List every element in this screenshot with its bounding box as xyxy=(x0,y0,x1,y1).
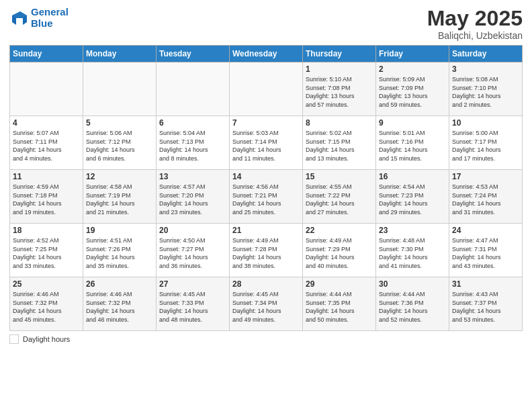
day-info: Sunrise: 4:51 AM Sunset: 7:26 PM Dayligh… xyxy=(86,236,153,270)
day-info: Sunrise: 4:49 AM Sunset: 7:29 PM Dayligh… xyxy=(306,236,373,270)
day-info: Sunrise: 4:53 AM Sunset: 7:24 PM Dayligh… xyxy=(452,183,519,216)
table-row: 29Sunrise: 4:44 AM Sunset: 7:35 PM Dayli… xyxy=(303,277,376,331)
header: General Blue May 2025 Baliqchi, Uzbekist… xyxy=(9,7,523,41)
day-info: Sunrise: 4:45 AM Sunset: 7:33 PM Dayligh… xyxy=(159,290,226,324)
col-wednesday: Wednesday xyxy=(230,46,303,62)
day-info: Sunrise: 4:44 AM Sunset: 7:36 PM Dayligh… xyxy=(379,290,446,324)
table-row: 8Sunrise: 5:02 AM Sunset: 7:15 PM Daylig… xyxy=(303,116,376,170)
day-info: Sunrise: 4:46 AM Sunset: 7:32 PM Dayligh… xyxy=(86,290,153,324)
day-info: Sunrise: 4:54 AM Sunset: 7:23 PM Dayligh… xyxy=(379,183,446,216)
day-info: Sunrise: 5:06 AM Sunset: 7:12 PM Dayligh… xyxy=(86,129,153,163)
table-row: 4Sunrise: 5:07 AM Sunset: 7:11 PM Daylig… xyxy=(10,116,83,170)
table-row: 5Sunrise: 5:06 AM Sunset: 7:12 PM Daylig… xyxy=(83,116,157,170)
day-number: 19 xyxy=(86,226,153,235)
calendar-week-row: 1Sunrise: 5:10 AM Sunset: 7:08 PM Daylig… xyxy=(10,62,523,116)
table-row: 17Sunrise: 4:53 AM Sunset: 7:24 PM Dayli… xyxy=(449,170,523,224)
calendar-week-row: 18Sunrise: 4:52 AM Sunset: 7:25 PM Dayli… xyxy=(10,224,523,277)
day-number: 26 xyxy=(86,279,153,289)
col-monday: Monday xyxy=(83,46,157,62)
day-number: 31 xyxy=(452,279,519,289)
table-row xyxy=(230,62,303,116)
day-number: 6 xyxy=(159,118,226,128)
subtitle: Baliqchi, Uzbekistan xyxy=(427,30,523,41)
day-info: Sunrise: 4:59 AM Sunset: 7:18 PM Dayligh… xyxy=(13,183,80,216)
col-thursday: Thursday xyxy=(303,46,376,62)
table-row: 23Sunrise: 4:48 AM Sunset: 7:30 PM Dayli… xyxy=(376,224,449,277)
table-row: 7Sunrise: 5:03 AM Sunset: 7:14 PM Daylig… xyxy=(230,116,303,170)
footer-box xyxy=(9,334,19,344)
table-row xyxy=(83,62,157,116)
calendar-header-row: Sunday Monday Tuesday Wednesday Thursday… xyxy=(10,46,523,62)
table-row: 11Sunrise: 4:59 AM Sunset: 7:18 PM Dayli… xyxy=(10,170,83,224)
table-row xyxy=(10,62,83,116)
footer: Daylight hours xyxy=(9,334,523,344)
day-info: Sunrise: 4:56 AM Sunset: 7:21 PM Dayligh… xyxy=(232,183,300,216)
day-info: Sunrise: 5:00 AM Sunset: 7:17 PM Dayligh… xyxy=(452,129,519,163)
footer-label: Daylight hours xyxy=(23,335,70,343)
day-number: 16 xyxy=(379,172,446,181)
col-friday: Friday xyxy=(376,46,449,62)
day-number: 25 xyxy=(13,279,80,289)
day-info: Sunrise: 4:44 AM Sunset: 7:35 PM Dayligh… xyxy=(306,290,373,324)
day-number: 22 xyxy=(306,226,373,235)
day-number: 15 xyxy=(306,172,373,181)
day-info: Sunrise: 4:47 AM Sunset: 7:31 PM Dayligh… xyxy=(452,236,519,270)
page: General Blue May 2025 Baliqchi, Uzbekist… xyxy=(0,0,532,411)
table-row: 28Sunrise: 4:45 AM Sunset: 7:34 PM Dayli… xyxy=(230,277,303,331)
day-info: Sunrise: 4:58 AM Sunset: 7:19 PM Dayligh… xyxy=(86,183,153,216)
table-row: 10Sunrise: 5:00 AM Sunset: 7:17 PM Dayli… xyxy=(449,116,523,170)
day-number: 21 xyxy=(232,226,300,235)
table-row: 15Sunrise: 4:55 AM Sunset: 7:22 PM Dayli… xyxy=(303,170,376,224)
table-row: 6Sunrise: 5:04 AM Sunset: 7:13 PM Daylig… xyxy=(157,116,230,170)
table-row: 31Sunrise: 4:43 AM Sunset: 7:37 PM Dayli… xyxy=(449,277,523,331)
table-row: 20Sunrise: 4:50 AM Sunset: 7:27 PM Dayli… xyxy=(157,224,230,277)
calendar-table: Sunday Monday Tuesday Wednesday Thursday… xyxy=(9,45,523,331)
day-number: 12 xyxy=(86,172,153,181)
day-info: Sunrise: 4:43 AM Sunset: 7:37 PM Dayligh… xyxy=(452,290,519,324)
day-info: Sunrise: 5:02 AM Sunset: 7:15 PM Dayligh… xyxy=(306,129,373,163)
day-info: Sunrise: 5:07 AM Sunset: 7:11 PM Dayligh… xyxy=(13,129,80,163)
day-number: 1 xyxy=(306,64,373,74)
day-number: 27 xyxy=(159,279,226,289)
day-number: 7 xyxy=(232,118,300,128)
day-info: Sunrise: 4:50 AM Sunset: 7:27 PM Dayligh… xyxy=(159,236,226,270)
table-row: 2Sunrise: 5:09 AM Sunset: 7:09 PM Daylig… xyxy=(376,62,449,116)
table-row: 9Sunrise: 5:01 AM Sunset: 7:16 PM Daylig… xyxy=(376,116,449,170)
day-info: Sunrise: 5:10 AM Sunset: 7:08 PM Dayligh… xyxy=(306,75,373,109)
day-number: 23 xyxy=(379,226,446,235)
day-number: 30 xyxy=(379,279,446,289)
table-row: 12Sunrise: 4:58 AM Sunset: 7:19 PM Dayli… xyxy=(83,170,157,224)
day-number: 8 xyxy=(306,118,373,128)
day-number: 2 xyxy=(379,64,446,74)
calendar-week-row: 25Sunrise: 4:46 AM Sunset: 7:32 PM Dayli… xyxy=(10,277,523,331)
table-row: 13Sunrise: 4:57 AM Sunset: 7:20 PM Dayli… xyxy=(157,170,230,224)
day-number: 24 xyxy=(452,226,519,235)
table-row: 27Sunrise: 4:45 AM Sunset: 7:33 PM Dayli… xyxy=(157,277,230,331)
day-number: 29 xyxy=(306,279,373,289)
day-number: 9 xyxy=(379,118,446,128)
calendar-week-row: 11Sunrise: 4:59 AM Sunset: 7:18 PM Dayli… xyxy=(10,170,523,224)
day-number: 28 xyxy=(232,279,300,289)
table-row: 3Sunrise: 5:08 AM Sunset: 7:10 PM Daylig… xyxy=(449,62,523,116)
day-info: Sunrise: 5:08 AM Sunset: 7:10 PM Dayligh… xyxy=(452,75,519,109)
day-info: Sunrise: 4:55 AM Sunset: 7:22 PM Dayligh… xyxy=(306,183,373,216)
logo-text: General Blue xyxy=(31,7,69,29)
table-row: 14Sunrise: 4:56 AM Sunset: 7:21 PM Dayli… xyxy=(230,170,303,224)
month-title: May 2025 xyxy=(427,7,523,30)
day-number: 10 xyxy=(452,118,519,128)
logo: General Blue xyxy=(9,7,69,29)
col-tuesday: Tuesday xyxy=(157,46,230,62)
day-number: 13 xyxy=(159,172,226,181)
day-info: Sunrise: 4:49 AM Sunset: 7:28 PM Dayligh… xyxy=(232,236,300,270)
day-info: Sunrise: 4:48 AM Sunset: 7:30 PM Dayligh… xyxy=(379,236,446,270)
day-number: 11 xyxy=(13,172,80,181)
table-row: 19Sunrise: 4:51 AM Sunset: 7:26 PM Dayli… xyxy=(83,224,157,277)
day-number: 3 xyxy=(452,64,519,74)
day-info: Sunrise: 4:57 AM Sunset: 7:20 PM Dayligh… xyxy=(159,183,226,216)
day-info: Sunrise: 4:52 AM Sunset: 7:25 PM Dayligh… xyxy=(13,236,80,270)
table-row: 22Sunrise: 4:49 AM Sunset: 7:29 PM Dayli… xyxy=(303,224,376,277)
table-row: 16Sunrise: 4:54 AM Sunset: 7:23 PM Dayli… xyxy=(376,170,449,224)
title-area: May 2025 Baliqchi, Uzbekistan xyxy=(427,7,523,41)
table-row: 25Sunrise: 4:46 AM Sunset: 7:32 PM Dayli… xyxy=(10,277,83,331)
day-info: Sunrise: 5:04 AM Sunset: 7:13 PM Dayligh… xyxy=(159,129,226,163)
